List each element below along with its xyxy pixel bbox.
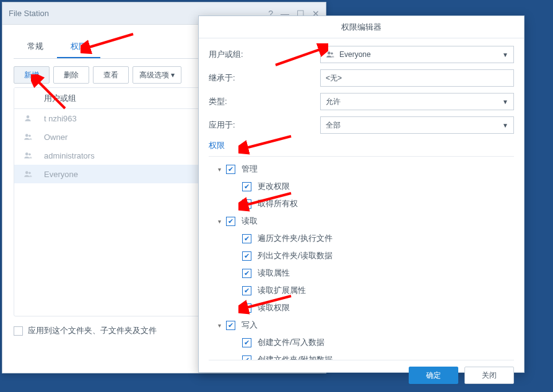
tree-item-label: 读取扩展属性 bbox=[258, 285, 306, 296]
svg-point-6 bbox=[28, 172, 31, 175]
tree-item-label: 管理 bbox=[242, 163, 258, 175]
tree-checkbox[interactable] bbox=[242, 286, 251, 295]
tree-item[interactable]: 列出文件夹/读取数据 bbox=[209, 247, 514, 264]
group-icon bbox=[14, 170, 41, 178]
select-type[interactable]: 允许 ▼ bbox=[320, 93, 514, 110]
svg-point-0 bbox=[27, 115, 30, 118]
apply-recursive-label: 应用到这个文件夹、子文件夹及文件 bbox=[28, 325, 157, 336]
permission-tree[interactable]: ▾管理更改权限取得所有权▾读取遍历文件夹/执行文件列出文件夹/读取数据读取属性读… bbox=[209, 156, 514, 360]
tree-item-label: 更改权限 bbox=[258, 181, 290, 192]
svg-point-2 bbox=[28, 135, 31, 137]
tree-item-label: 列出文件夹/读取数据 bbox=[258, 250, 333, 261]
tree-item[interactable]: 创建文件夹/附加数据 bbox=[209, 351, 514, 360]
user-icon bbox=[14, 114, 41, 123]
tree-item[interactable]: ▾读取 bbox=[209, 212, 514, 230]
tree-item[interactable]: 取得所有权 bbox=[209, 195, 514, 212]
row-user-group: 用户或组: Everyone ▼ bbox=[209, 46, 514, 63]
tree-checkbox[interactable] bbox=[242, 182, 251, 191]
tree-checkbox[interactable] bbox=[226, 165, 235, 174]
tree-checkbox[interactable] bbox=[242, 234, 251, 243]
dialog-body: 用户或组: Everyone ▼ 继承于: <无> bbox=[199, 38, 524, 360]
expand-toggle-icon[interactable]: ▾ bbox=[215, 321, 224, 329]
group-icon bbox=[326, 50, 334, 59]
apply-recursive-checkbox[interactable] bbox=[14, 326, 23, 336]
svg-point-8 bbox=[331, 53, 333, 55]
tree-item-label: 创建文件/写入数据 bbox=[258, 337, 324, 348]
expand-toggle-icon[interactable]: ▾ bbox=[215, 217, 224, 225]
label-inherit: 继承于: bbox=[209, 72, 320, 84]
svg-point-5 bbox=[25, 171, 28, 174]
tree-checkbox[interactable] bbox=[242, 251, 251, 261]
tree-item-label: 读取属性 bbox=[258, 268, 290, 279]
tree-item[interactable]: 遍历文件夹/执行文件 bbox=[209, 230, 514, 247]
svg-point-7 bbox=[328, 51, 331, 54]
tree-checkbox[interactable] bbox=[242, 303, 251, 313]
group-icon bbox=[14, 151, 41, 160]
svg-point-1 bbox=[25, 134, 28, 137]
select-apply-to-value: 全部 bbox=[326, 120, 341, 131]
tree-checkbox[interactable] bbox=[242, 269, 251, 278]
svg-point-3 bbox=[25, 152, 28, 155]
delete-button[interactable]: 删除 bbox=[53, 66, 89, 84]
label-apply-to: 应用于: bbox=[209, 120, 320, 131]
tree-item[interactable]: 创建文件/写入数据 bbox=[209, 334, 514, 351]
tree-item[interactable]: 读取扩展属性 bbox=[209, 282, 514, 299]
tree-checkbox[interactable] bbox=[226, 321, 235, 330]
permission-editor-dialog: 权限编辑器 用户或组: Everyone ▼ 继承于: <无> bbox=[198, 15, 525, 373]
tree-item-label: 遍历文件夹/执行文件 bbox=[258, 233, 333, 244]
tree-item[interactable]: 读取权限 bbox=[209, 299, 514, 316]
chevron-down-icon: ▼ bbox=[502, 51, 508, 58]
cancel-button[interactable]: 关闭 bbox=[464, 367, 514, 384]
expand-toggle-icon[interactable]: ▾ bbox=[215, 165, 224, 173]
row-apply-to: 应用于: 全部 ▼ bbox=[209, 116, 514, 134]
tree-item-label: 取得所有权 bbox=[258, 198, 298, 209]
ok-button[interactable]: 确定 bbox=[409, 367, 458, 384]
permission-section-label: 权限 bbox=[209, 140, 514, 151]
chevron-down-icon: ▼ bbox=[502, 98, 508, 105]
svg-point-4 bbox=[28, 154, 31, 156]
row-type: 类型: 允许 ▼ bbox=[209, 93, 514, 110]
row-inherit: 继承于: <无> bbox=[209, 69, 514, 87]
label-user-group: 用户或组: bbox=[209, 49, 320, 60]
tree-item-label: 读取权限 bbox=[258, 302, 290, 313]
tree-item-label: 创建文件夹/附加数据 bbox=[258, 354, 333, 360]
group-icon bbox=[14, 133, 41, 141]
select-user-group[interactable]: Everyone ▼ bbox=[320, 46, 514, 63]
tree-item[interactable]: 读取属性 bbox=[209, 264, 514, 282]
window-title: File Station bbox=[9, 9, 49, 18]
tab-general[interactable]: 常规 bbox=[14, 36, 57, 58]
label-type: 类型: bbox=[209, 96, 320, 107]
tree-item[interactable]: 更改权限 bbox=[209, 178, 514, 195]
tree-checkbox[interactable] bbox=[242, 338, 251, 347]
input-inherit-value: <无> bbox=[326, 73, 342, 84]
input-inherit[interactable]: <无> bbox=[320, 69, 514, 87]
chevron-down-icon: ▼ bbox=[502, 122, 508, 129]
select-apply-to[interactable]: 全部 ▼ bbox=[320, 116, 514, 134]
view-button[interactable]: 查看 bbox=[93, 66, 129, 84]
tree-item-label: 写入 bbox=[242, 320, 258, 331]
tab-permission[interactable]: 权限 bbox=[57, 36, 100, 58]
tree-checkbox[interactable] bbox=[242, 199, 251, 209]
dialog-footer: 确定 关闭 bbox=[199, 360, 524, 390]
add-button[interactable]: 新增 bbox=[14, 66, 50, 84]
tree-item[interactable]: ▾管理 bbox=[209, 160, 514, 178]
dialog-title[interactable]: 权限编辑器 bbox=[199, 16, 524, 38]
tree-item[interactable]: ▾写入 bbox=[209, 316, 514, 334]
select-user-group-value: Everyone bbox=[339, 50, 371, 59]
tree-item-label: 读取 bbox=[242, 216, 258, 227]
advanced-button[interactable]: 高级选项 ▾ bbox=[133, 66, 181, 84]
tree-checkbox[interactable] bbox=[242, 355, 251, 361]
tree-checkbox[interactable] bbox=[226, 217, 235, 226]
select-type-value: 允许 bbox=[326, 97, 341, 107]
